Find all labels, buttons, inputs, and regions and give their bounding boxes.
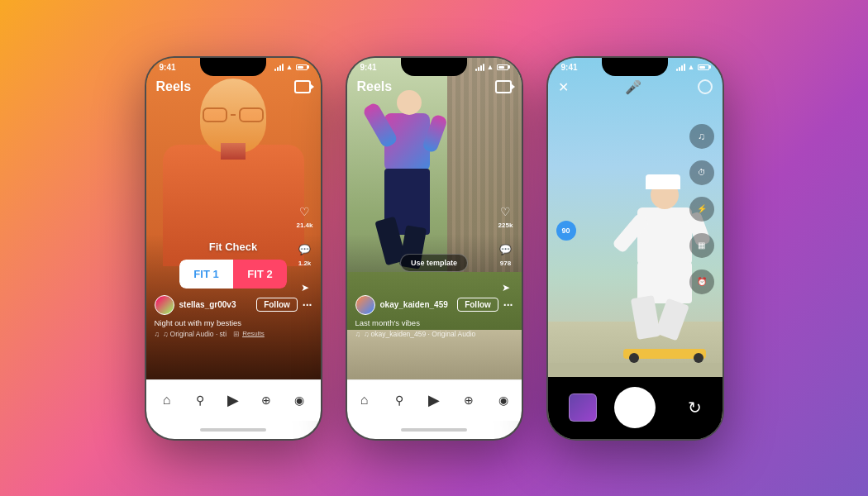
nav-search-1[interactable]: ⚲ xyxy=(188,388,212,413)
signal-icon xyxy=(274,64,284,71)
signal-bar-2-2 xyxy=(478,67,479,71)
time-2: 9:41 xyxy=(360,63,377,72)
signal-icon-2 xyxy=(475,64,484,71)
nav-reels-2[interactable]: ▶ xyxy=(422,388,446,413)
shutter-btn[interactable] xyxy=(614,387,656,428)
delay-control-btn[interactable]: ⏰ xyxy=(689,269,714,294)
phone1-content: Reels Fit Check FIT 1 FIT 2 ♡ 21.4k 💬 1.… xyxy=(146,58,321,379)
likes-count-2: 225k xyxy=(498,222,513,229)
phone1-user-info: stellas_gr00v3 Follow ··· Night out with… xyxy=(146,295,321,338)
flip-camera-btn[interactable]: ↻ xyxy=(688,398,702,417)
fit-check-overlay: Fit Check FIT 1 FIT 2 xyxy=(146,241,321,289)
nav-reels-1[interactable]: ▶ xyxy=(221,388,246,413)
nav-shop-2[interactable]: ⊕ xyxy=(456,388,481,413)
signal-bar-3-2 xyxy=(679,67,680,71)
speed-badge[interactable]: 90 xyxy=(556,221,576,241)
skater-shirt xyxy=(637,207,692,265)
timer-control-btn[interactable]: ⏱ xyxy=(689,160,714,185)
audio-text-1: ♫ Original Audio · sti xyxy=(163,330,227,338)
avatar-1 xyxy=(155,295,174,315)
like-button-2[interactable]: ♡ 225k xyxy=(497,203,515,229)
username-2: okay_kaiden_459 xyxy=(380,300,453,309)
signal-bar-3-1 xyxy=(676,69,678,71)
camera-icon-1[interactable] xyxy=(294,80,311,93)
speed-value: 90 xyxy=(561,227,570,235)
fit-check-title: Fit Check xyxy=(209,241,258,253)
audio-mute-btn[interactable]: 🎤 xyxy=(625,79,641,95)
nav-search-2[interactable]: ⚲ xyxy=(387,388,412,413)
nav-home-2[interactable]: ⌂ xyxy=(352,388,377,413)
status-bar-1: 9:41 ▲ xyxy=(146,63,321,72)
more-btn-2[interactable]: ··· xyxy=(503,298,513,312)
results-section: ⊞ Results xyxy=(233,330,265,338)
signal-bar-2-3 xyxy=(480,65,482,71)
avatar-2 xyxy=(355,295,375,315)
fit-buttons: FIT 1 FIT 2 xyxy=(179,260,287,289)
share-button-1[interactable]: ➤ xyxy=(296,279,314,297)
close-btn[interactable]: ✕ xyxy=(558,79,569,95)
status-bar-2: 9:41 ▲ xyxy=(347,63,522,72)
comment-button-2[interactable]: 💬 978 xyxy=(497,241,515,267)
person-collar xyxy=(221,143,246,160)
phone2-title: Reels xyxy=(357,79,393,94)
home-bar-2 xyxy=(401,428,467,432)
use-template-btn[interactable]: Use template xyxy=(400,254,468,272)
time-1: 9:41 xyxy=(160,63,176,72)
speed-control-btn[interactable]: ⚡ xyxy=(689,197,714,222)
comment-icon-2: 💬 xyxy=(497,241,515,259)
phone1-title: Reels xyxy=(156,79,192,94)
music-control-btn[interactable]: ♫ xyxy=(689,124,714,149)
audio-text-2: ♫ okay_kaiden_459 · Original Audio xyxy=(364,330,475,338)
comments-count-2: 978 xyxy=(500,260,511,267)
layout-control-btn[interactable]: ▦ xyxy=(689,233,714,258)
glasses xyxy=(203,107,264,122)
follow-btn-1[interactable]: Follow xyxy=(256,298,298,312)
skater-cap xyxy=(646,174,680,189)
camera-right-controls: ♫ ⏱ ⚡ ▦ ⏰ xyxy=(689,124,714,355)
phone2-home-indicator xyxy=(347,421,522,439)
skater-leg-right xyxy=(655,298,689,341)
comments-count-1: 1.2k xyxy=(298,260,312,267)
phone2-header: Reels xyxy=(347,79,522,94)
phone2-content: Reels Use template ♡ 225k 💬 978 ➤ xyxy=(347,58,522,379)
results-link[interactable]: Results xyxy=(242,330,265,337)
comment-button-1[interactable]: 💬 1.2k xyxy=(296,241,314,267)
user-row-2: okay_kaiden_459 Follow ··· xyxy=(355,295,513,315)
nav-profile-1[interactable]: ◉ xyxy=(287,388,312,413)
share-button-2[interactable]: ➤ xyxy=(497,279,515,297)
status-icons-2: ▲ xyxy=(475,63,508,71)
phone3-content: ✕ 🎤 90 ♫ ⏱ ⚡ ▦ ⏰ xyxy=(548,58,723,421)
fit-btn-1[interactable]: FIT 1 xyxy=(179,260,233,289)
gallery-thumb[interactable] xyxy=(569,393,597,422)
likes-count-1: 21.4k xyxy=(296,222,312,229)
battery-fill-3 xyxy=(699,66,705,69)
wheel-left xyxy=(629,353,639,363)
phone2-side-icons: ♡ 225k 💬 978 ➤ xyxy=(497,203,515,297)
send-icon-1: ➤ xyxy=(296,279,314,297)
jumper-figure xyxy=(368,90,446,272)
settings-btn[interactable] xyxy=(698,79,713,94)
nav-shop-1[interactable]: ⊕ xyxy=(254,388,279,413)
nav-home-1[interactable]: ⌂ xyxy=(155,388,179,413)
phone2-nav: ⌂ ⚲ ▶ ⊕ ◉ xyxy=(347,379,522,421)
phone-3: 9:41 ▲ xyxy=(546,56,724,441)
battery-fill xyxy=(298,66,303,69)
signal-bar-2 xyxy=(277,67,279,71)
signal-icon-3 xyxy=(676,64,685,71)
music-icon-1: ♫ xyxy=(155,330,160,338)
battery-icon xyxy=(296,64,308,70)
phone2-user-info: okay_kaiden_459 Follow ··· Last month's … xyxy=(347,295,522,338)
music-icon-2: ♫ xyxy=(355,330,360,338)
battery-icon-3 xyxy=(698,64,709,70)
camera-top-bar: ✕ 🎤 xyxy=(548,79,723,95)
more-btn-1[interactable]: ··· xyxy=(303,298,312,312)
time-3: 9:41 xyxy=(561,63,578,72)
fit-btn-2[interactable]: FIT 2 xyxy=(233,260,287,289)
camera-icon-2[interactable] xyxy=(495,80,512,93)
nav-profile-2[interactable]: ◉ xyxy=(491,388,516,413)
results-icon: ⊞ xyxy=(233,330,240,338)
follow-btn-2[interactable]: Follow xyxy=(457,298,498,312)
like-button-1[interactable]: ♡ 21.4k xyxy=(296,203,314,229)
phone-2: 9:41 ▲ xyxy=(346,56,523,441)
home-bar-1 xyxy=(200,428,266,432)
